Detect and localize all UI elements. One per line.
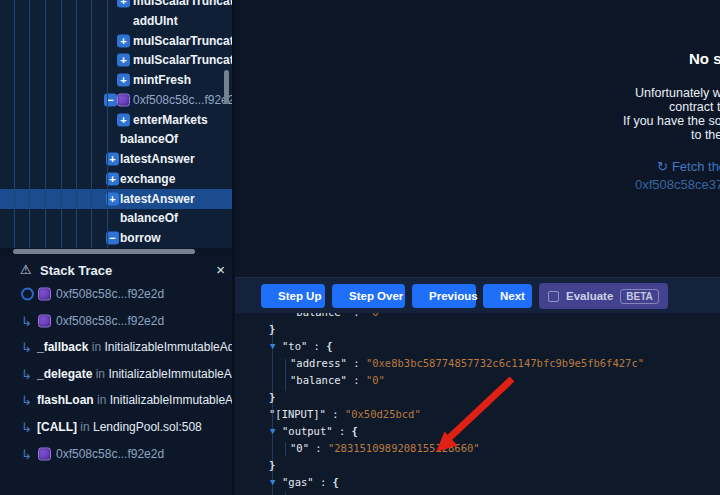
json-brace: } [269,459,275,471]
json-value: "0xe8b3bc58774857732c6c1147bfc9b9e5fb6f4… [366,357,644,369]
evaluate-button[interactable]: Evaluate BETA [539,283,668,309]
expand-plus-icon[interactable]: + [117,74,130,87]
tree-row[interactable]: +latestAnswer [0,189,232,209]
contract-icon [38,314,51,327]
json-row[interactable]: "[INPUT]" : "0x50d25bcd" [235,406,720,422]
tree-row-label: latestAnswer [120,192,195,206]
return-arrow-icon: ↳ [21,421,32,434]
stack-frame-text: [CALL] in LendingPool.sol:508 [37,420,202,434]
json-key: "balance" [290,374,347,386]
frame-location: LendingPool.sol:508 [93,420,202,434]
tree-indent-guide [29,0,30,248]
no-source-text-line: contract to [669,100,720,114]
contract-address-link[interactable]: 0xf508c58ce37ce [635,177,720,192]
function-call-tree: +mulScalarTruncateaddUInt+mulScalarTrunc… [0,0,232,248]
json-row[interactable]: "balance" : "0" [235,313,720,320]
next-button[interactable]: Next [483,284,532,308]
tree-horizontal-scrollbar[interactable] [13,249,195,254]
stack-trace-item[interactable]: ↳0xf508c58c...f92e2d [0,444,232,464]
debugger-toolbar: Step Up Step Over Previous Next Evaluate… [235,277,720,314]
tree-row[interactable]: balanceOf [0,129,232,149]
json-row[interactable]: "0" : "2831510989208155228660" [235,440,720,456]
tree-row[interactable]: balanceOf [0,208,232,228]
json-row[interactable]: } [235,321,720,337]
tree-row[interactable]: +latestAnswer [0,149,232,169]
json-row[interactable]: } [235,389,720,405]
json-row[interactable]: ▼"gas" : { [235,474,720,490]
tree-row-label: latestAnswer [120,152,195,166]
collapse-caret-icon[interactable]: ▼ [270,474,275,490]
stack-contract-address: 0xf508c58c...f92e2d [56,287,164,301]
json-row[interactable]: "gas_left" : "1453531" [235,491,720,495]
tree-row[interactable]: +mulScalarTruncateA [0,31,232,51]
tree-row[interactable]: +enterMarkets [0,110,232,130]
json-brace: { [333,476,339,488]
stack-trace-title: Stack Trace [40,263,112,278]
collapse-caret-icon[interactable]: ▼ [270,338,275,354]
tree-row-label: balanceOf [120,132,178,146]
stack-trace-panel: ⚠ Stack Trace × 0xf508c58c...f92e2d↳0xf5… [0,256,232,495]
contract-icon [38,447,51,460]
expand-plus-icon[interactable]: + [117,34,130,47]
stack-trace-item[interactable]: ↳_delegate in InitializableImmutableAdmi… [0,364,232,384]
json-row[interactable]: ▼"output" : { [235,423,720,439]
tree-row-label: mulScalarTruncateA [133,53,232,67]
stack-frame-text: _delegate in InitializableImmutableAdmin… [37,367,232,381]
step-over-button[interactable]: Step Over [332,284,405,308]
tree-row-label: mulScalarTruncate [133,0,232,8]
stack-trace-item[interactable]: ↳[CALL] in LendingPool.sol:508 [0,417,232,437]
in-label: in [92,340,101,354]
tree-row-label: borrow [120,231,161,245]
tree-vertical-scrollbar[interactable] [224,70,229,104]
expand-plus-icon[interactable]: + [117,0,130,8]
json-key: "output" [282,425,333,437]
stack-trace-item[interactable]: 0xf508c58c...f92e2d [0,284,232,304]
collapse-minus-icon[interactable]: − [104,93,117,106]
json-key: "[INPUT]" [269,408,326,420]
function-name: [CALL] [37,420,77,434]
return-arrow-icon: ↳ [21,394,32,407]
step-up-button[interactable]: Step Up [261,284,325,308]
json-value: "0x50d25bcd" [345,408,421,420]
tree-row[interactable]: +exchange [0,169,232,189]
json-key: "0" [290,442,309,454]
tree-row[interactable]: +mulScalarTruncateA [0,50,232,70]
tree-row[interactable]: −0xf508c58c...f92e2d [0,90,232,110]
tree-row-label: 0xf508c58c...f92e2d [133,93,232,107]
json-row[interactable]: ▼"to" : { [235,338,720,354]
stack-trace-item[interactable]: ↳0xf508c58c...f92e2d [0,311,232,331]
json-key: "gas" [282,476,314,488]
json-key: "address" [290,357,347,369]
tree-row-label: balanceOf [120,211,178,225]
json-row[interactable]: "address" : "0xe8b3bc58774857732c6c1147b… [235,355,720,371]
json-row[interactable]: "balance" : "0" [235,372,720,388]
tree-row[interactable]: −borrow [0,228,232,248]
json-value: "0" [366,313,385,318]
stack-trace-header: ⚠ Stack Trace × [0,260,232,282]
expand-plus-icon[interactable]: + [117,54,130,67]
frame-location: InitializableImmutableAdminUp [110,393,232,407]
return-arrow-icon: ↳ [21,447,32,460]
beta-badge: BETA [620,289,658,304]
stack-trace-item[interactable]: ↳flashLoan in InitializableImmutableAdmi… [0,390,232,410]
fetch-source-link[interactable]: ↻Fetch the [657,159,720,174]
function-name: flashLoan [37,393,94,407]
in-label: in [80,420,89,434]
tree-indent-guide [45,0,46,248]
json-brace: } [269,323,275,335]
tree-row[interactable]: +mulScalarTruncate [0,0,232,11]
collapse-caret-icon[interactable]: ▼ [270,423,275,439]
close-icon[interactable]: × [216,261,225,278]
tree-row[interactable]: addUInt [0,11,232,31]
stack-trace-item[interactable]: ↳_fallback in InitializableImmutableAdmi… [0,337,232,357]
refresh-icon: ↻ [657,159,668,174]
tree-indent-guide [91,0,92,248]
json-row[interactable]: } [235,457,720,473]
previous-button[interactable]: Previous [412,284,476,308]
tree-row-label: enterMarkets [133,113,208,127]
return-arrow-icon: ↳ [21,341,32,354]
json-brace: { [352,425,358,437]
tree-row[interactable]: +mintFresh [0,70,232,90]
tree-row-label: addUInt [133,14,178,28]
expand-plus-icon[interactable]: + [117,113,130,126]
